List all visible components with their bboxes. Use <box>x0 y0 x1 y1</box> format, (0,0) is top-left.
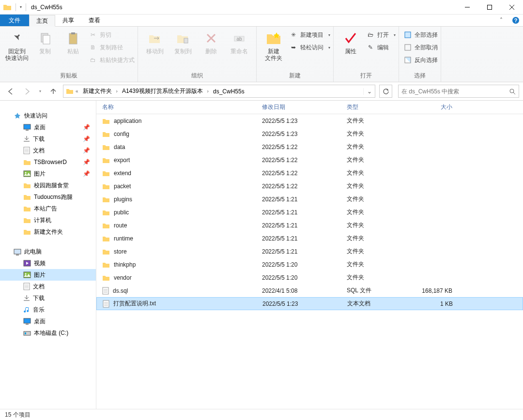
paste-button[interactable]: 粘贴 <box>59 29 87 55</box>
collapse-ribbon-button[interactable]: ˄ <box>494 15 508 26</box>
file-row[interactable]: ds.sql2022/4/1 5:08SQL 文件168,187 KB <box>96 284 523 297</box>
file-row[interactable]: data2022/5/5 1:22文件夹 <box>96 140 523 153</box>
file-row[interactable]: 打赏配置说明.txt2022/5/5 1:23文本文档1 KB <box>96 297 523 310</box>
breadcrumb-item[interactable]: A1439视频打赏系统全开源版本 <box>119 85 206 97</box>
sidebar-item[interactable]: 图片 <box>0 269 96 281</box>
sidebar-item[interactable]: 文档📌 <box>0 145 96 156</box>
svg-text:?: ? <box>514 17 518 23</box>
breadcrumb-item[interactable]: ds_CwH55s <box>210 85 247 97</box>
file-row[interactable]: public2022/5/5 1:21文件夹 <box>96 206 523 219</box>
file-row[interactable]: route2022/5/5 1:21文件夹 <box>96 219 523 232</box>
tab-home[interactable]: 主页 <box>29 15 55 27</box>
col-size[interactable]: 大小 <box>414 103 462 111</box>
svg-rect-6 <box>71 32 75 34</box>
properties-button[interactable]: 属性 <box>337 29 365 55</box>
search-input[interactable] <box>401 88 509 95</box>
refresh-button[interactable] <box>379 85 392 98</box>
file-row[interactable]: extend2022/5/5 1:22文件夹 <box>96 166 523 180</box>
sidebar-item[interactable]: 计算机 <box>0 214 96 226</box>
tab-view[interactable]: 查看 <box>81 15 108 26</box>
sidebar-quick-access[interactable]: 快速访问 <box>0 110 96 121</box>
delete-button[interactable]: 删除 <box>197 29 225 55</box>
search-icon[interactable] <box>509 88 516 95</box>
file-icon <box>102 287 109 295</box>
paste-shortcut-button[interactable]: 🗀粘贴快捷方式 <box>89 55 135 65</box>
up-button[interactable] <box>46 85 60 98</box>
sidebar-item[interactable]: 新建文件夹 <box>0 226 96 238</box>
file-name: export <box>114 157 130 164</box>
edit-button[interactable]: ✎编辑 <box>367 42 396 53</box>
back-button[interactable] <box>4 85 17 98</box>
sidebar-item[interactable]: 本站广告 <box>0 203 96 214</box>
file-type: 文件夹 <box>341 130 414 138</box>
sidebar-item[interactable]: 音乐 <box>0 304 96 315</box>
sidebar-this-pc[interactable]: 此电脑 <box>0 246 96 257</box>
recent-dropdown[interactable]: ▾ <box>37 85 44 98</box>
sidebar-item[interactable]: Tudoucms跑腿 <box>0 191 96 203</box>
help-button[interactable]: ? <box>508 15 523 26</box>
sidebar-item[interactable]: 图片📌 <box>0 168 96 180</box>
new-folder-icon <box>266 30 281 47</box>
copy-to-button[interactable]: 复制到 <box>169 29 197 55</box>
rename-button[interactable]: ab重命名 <box>225 29 253 55</box>
tab-file[interactable]: 文件 <box>0 15 29 26</box>
col-type[interactable]: 类型 <box>341 103 414 111</box>
file-row[interactable]: export2022/5/5 1:22文件夹 <box>96 153 523 166</box>
address-bar[interactable]: « 新建文件夹 › A1439视频打赏系统全开源版本 › ds_CwH55s ⌄ <box>63 85 375 98</box>
invert-selection-button[interactable]: 反向选择 <box>404 55 438 65</box>
cut-button[interactable]: ✂剪切 <box>89 30 135 40</box>
copy-path-button[interactable]: 🗎复制路径 <box>89 42 135 53</box>
copy-button[interactable]: 复制 <box>31 29 59 55</box>
file-row[interactable]: thinkphp2022/5/5 1:20文件夹 <box>96 258 523 271</box>
tab-share[interactable]: 共享 <box>55 15 81 26</box>
sidebar-item[interactable]: 文档 <box>0 281 96 292</box>
sidebar-item[interactable]: TSBrowserD📌 <box>0 156 96 168</box>
minimize-button[interactable] <box>456 0 478 15</box>
sidebar-item[interactable]: 视频 <box>0 257 96 269</box>
new-item-button[interactable]: ✳新建项目 <box>290 30 330 40</box>
new-folder-button[interactable]: 新建 文件夹 <box>260 29 288 61</box>
chevron-icon[interactable]: › <box>115 89 119 94</box>
file-type: 文件夹 <box>341 169 414 177</box>
select-all-button[interactable]: 全部选择 <box>404 30 438 40</box>
file-row[interactable]: runtime2022/5/5 1:21文件夹 <box>96 232 523 245</box>
sidebar-item[interactable]: 桌面 <box>0 315 96 327</box>
select-all-icon <box>404 31 412 38</box>
file-row[interactable]: packet2022/5/5 1:22文件夹 <box>96 180 523 193</box>
pin-quick-access-button[interactable]: 固定到 快速访问 <box>3 29 31 61</box>
qat-dropdown-icon[interactable]: ▾ <box>20 5 22 9</box>
file-row[interactable]: vendor2022/5/5 1:20文件夹 <box>96 271 523 284</box>
forward-button[interactable] <box>20 85 34 98</box>
breadcrumb-item[interactable]: 新建文件夹 <box>80 85 115 97</box>
sidebar-item[interactable]: 下载 <box>0 292 96 304</box>
sidebar-item[interactable]: 桌面📌 <box>0 121 96 133</box>
file-row[interactable]: plugins2022/5/5 1:21文件夹 <box>96 193 523 206</box>
file-date: 2022/5/5 1:22 <box>256 170 341 177</box>
file-date: 2022/5/5 1:23 <box>256 118 341 124</box>
ribbon-tabs: 文件 主页 共享 查看 ˄ ? <box>0 15 523 27</box>
sidebar-item[interactable]: 本地磁盘 (C:) <box>0 327 96 339</box>
address-dropdown[interactable]: ⌄ <box>363 88 375 95</box>
file-row[interactable]: application2022/5/5 1:23文件夹 <box>96 114 523 127</box>
search-box[interactable] <box>398 85 519 98</box>
select-none-button[interactable]: 全部取消 <box>404 42 438 53</box>
file-name: extend <box>114 170 131 177</box>
close-button[interactable] <box>501 0 523 15</box>
item-icon <box>23 283 30 290</box>
navigation-bar: ▾ « 新建文件夹 › A1439视频打赏系统全开源版本 › ds_CwH55s… <box>0 82 523 101</box>
ribbon: 固定到 快速访问 复制 粘贴 ✂剪切 🗎复制路径 🗀粘贴快捷方式 剪贴板 移动到… <box>0 27 523 82</box>
col-name[interactable]: 名称 <box>96 103 256 111</box>
sidebar-item[interactable]: 下载📌 <box>0 133 96 145</box>
chevron-icon[interactable]: « <box>74 89 80 94</box>
sidebar-item[interactable]: 校园跑腿食堂 <box>0 180 96 191</box>
file-row[interactable]: store2022/5/5 1:21文件夹 <box>96 245 523 258</box>
easy-access-button[interactable]: ➥轻松访问 <box>290 42 330 53</box>
open-button[interactable]: 🗁打开 <box>367 30 396 40</box>
maximize-button[interactable] <box>478 0 501 15</box>
folder-icon <box>63 88 74 95</box>
chevron-icon[interactable]: › <box>206 89 210 94</box>
file-row[interactable]: config2022/5/5 1:23文件夹 <box>96 127 523 140</box>
file-size: 168,187 KB <box>414 287 462 294</box>
col-date[interactable]: 修改日期 <box>256 103 341 111</box>
move-to-button[interactable]: 移动到 <box>141 29 169 55</box>
